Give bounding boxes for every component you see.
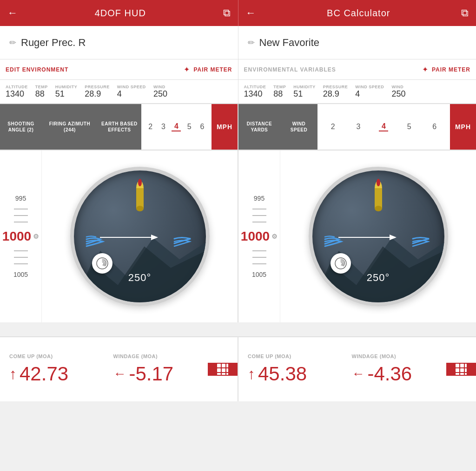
env-pressure-right: PRESSURE 28.9: [323, 85, 348, 99]
humidity-label-left: HUMIDITY: [55, 85, 78, 89]
temp-label-right: TEMP: [273, 85, 286, 89]
distance-yards-btn-right[interactable]: DISTANCEYARDS: [238, 104, 280, 150]
env-wind-right: WIND 250: [391, 85, 405, 99]
wind-speed-label-left: WIND SPEED: [117, 85, 146, 89]
dist-dash-5-right: [252, 257, 266, 258]
grid-icon-left: [216, 363, 229, 376]
svg-point-14: [377, 179, 380, 186]
bottom-stats: COME UP (MOA) ↑ 42.73 WINDAGE (MOA) ← -5…: [0, 336, 476, 401]
wind-col-6-left[interactable]: 6: [198, 123, 207, 131]
section-left: EDIT ENVIRONMENT ✦ PAIR METER: [0, 65, 238, 74]
grid-btn-right[interactable]: [446, 363, 476, 376]
wind-cols-left: 2 3 4 5 6: [141, 104, 212, 150]
wind-cols-right: 2 3 4 5 6: [317, 104, 450, 150]
humidity-label-right: HUMIDITY: [293, 85, 316, 89]
windage-arrow-right: ←: [352, 366, 365, 381]
left-pair-meter-label[interactable]: PAIR METER: [193, 66, 232, 73]
pressure-label-right: PRESSURE: [323, 85, 348, 89]
dist-highlight-left[interactable]: 1000 ⚙: [2, 229, 39, 244]
left-edit-icon[interactable]: ✏: [9, 38, 16, 48]
env-humidity-left: HUMIDITY 51: [55, 85, 78, 99]
shooting-angle-btn[interactable]: SHOOTINGANGLE (2): [0, 104, 42, 150]
bullet-right: [371, 179, 385, 216]
svg-rect-31: [460, 368, 464, 372]
svg-rect-23: [226, 368, 228, 372]
mph-btn-left[interactable]: MPH: [212, 104, 238, 150]
come-up-value-left: ↑ 42.73: [9, 363, 68, 385]
wind-col-4-left[interactable]: 4: [172, 122, 181, 131]
stats-right: COME UP (MOA) ↑ 45.38 WINDAGE (MOA) ← -4…: [238, 337, 476, 401]
right-copy-icon[interactable]: ⧉: [461, 7, 469, 19]
mph-btn-right[interactable]: MPH: [450, 104, 476, 150]
wind-col-2-right[interactable]: 2: [328, 123, 337, 131]
dist-dash-5-left: [14, 257, 28, 258]
stats-left: COME UP (MOA) ↑ 42.73 WINDAGE (MOA) ← -5…: [0, 337, 238, 401]
wind-value-left: 250: [153, 89, 167, 99]
svg-rect-19: [222, 364, 225, 367]
svg-marker-7: [151, 235, 158, 240]
distance-col-left: 995 1000 ⚙ 1005: [0, 150, 42, 322]
firing-azimuth-btn[interactable]: FIRING AZIMUTH(244): [42, 104, 98, 150]
left-copy-icon[interactable]: ⧉: [223, 7, 231, 19]
svg-rect-35: [465, 373, 467, 375]
wind-col-4-right[interactable]: 4: [379, 122, 388, 131]
pressure-label-left: PRESSURE: [85, 85, 110, 89]
svg-rect-3: [136, 188, 144, 209]
svg-rect-22: [222, 368, 225, 372]
right-pair-meter-label[interactable]: PAIR METER: [432, 66, 470, 73]
windage-label-left: WINDAGE (MOA): [113, 353, 158, 359]
wind-speed-value-left: 4: [117, 89, 122, 99]
wind-value-right: 250: [391, 89, 405, 99]
temp-value-left: 88: [35, 89, 45, 99]
wind-col-3-right[interactable]: 3: [354, 123, 363, 131]
windage-arrow-left: ←: [113, 366, 126, 381]
main-content: 995 1000 ⚙ 1005: [0, 150, 476, 322]
left-title-text: Ruger Prec. R: [21, 37, 86, 49]
earth-based-btn[interactable]: EARTH BASEDEFFECTS: [98, 104, 141, 150]
fingerprint-badge-right[interactable]: [331, 253, 351, 274]
wind-col-5-right[interactable]: 5: [404, 123, 414, 131]
dist-dash-6-left: [14, 263, 28, 264]
wind-speed-btn-right[interactable]: WINDSPEED: [280, 104, 317, 150]
svg-rect-33: [456, 373, 459, 375]
left-back-icon[interactable]: ←: [7, 7, 18, 19]
wind-label-right: WIND: [391, 85, 403, 89]
env-windspeed-left: WIND SPEED 4: [117, 85, 146, 99]
right-edit-icon[interactable]: ✏: [248, 38, 255, 48]
right-nav-title: BC Calculator: [256, 8, 462, 19]
dist-highlight-right[interactable]: 1000 ⚙: [241, 229, 278, 244]
edit-env-label[interactable]: EDIT ENVIRONMENT: [6, 66, 68, 73]
grid-btn-left[interactable]: [208, 363, 238, 376]
settings-icon-left[interactable]: ⚙: [33, 233, 39, 240]
controls-row: SHOOTINGANGLE (2) FIRING AZIMUTH(244) EA…: [0, 104, 476, 150]
altitude-label-right: ALTITUDE: [244, 85, 266, 89]
altitude-value-left: 1340: [6, 89, 24, 99]
env-windspeed-right: WIND SPEED 4: [355, 85, 384, 99]
env-row: ALTITUDE 1340 TEMP 88 HUMIDITY 51 PRESSU…: [0, 80, 476, 104]
title-right: ✏ New Favorite: [238, 37, 476, 49]
wind-col-3-left[interactable]: 3: [159, 123, 168, 131]
wind-col-6-right[interactable]: 6: [430, 123, 439, 131]
dist-dash-2-right: [252, 215, 266, 216]
settings-icon-right[interactable]: ⚙: [271, 233, 278, 240]
right-back-icon[interactable]: ←: [246, 7, 256, 19]
controls-right: DISTANCEYARDS WINDSPEED 2 3 4 5 6 MPH: [238, 104, 476, 150]
wind-col-5-left[interactable]: 5: [185, 123, 194, 131]
come-up-arrow-right: ↑: [248, 366, 255, 383]
controls-left: SHOOTINGANGLE (2) FIRING AZIMUTH(244) EA…: [0, 104, 238, 150]
humidity-value-left: 51: [55, 89, 65, 99]
svg-rect-34: [460, 373, 464, 375]
right-title-text: New Favorite: [259, 37, 320, 49]
env-pressure-left: PRESSURE 28.9: [85, 85, 110, 99]
windage-right: WINDAGE (MOA) ← -4.36: [343, 344, 447, 394]
windage-label-right: WINDAGE (MOA): [352, 353, 397, 359]
wind-arrow-right: [338, 233, 399, 242]
env-humidity-right: HUMIDITY 51: [293, 85, 316, 99]
compass-area-left: 250°: [42, 150, 238, 322]
env-wind-left: WIND 250: [153, 85, 167, 99]
env-temp-right: TEMP 88: [273, 85, 286, 99]
come-up-left: COME UP (MOA) ↑ 42.73: [0, 344, 104, 394]
wind-col-2-left[interactable]: 2: [146, 123, 155, 131]
svg-rect-18: [217, 364, 221, 367]
fingerprint-badge-left[interactable]: [92, 253, 112, 274]
